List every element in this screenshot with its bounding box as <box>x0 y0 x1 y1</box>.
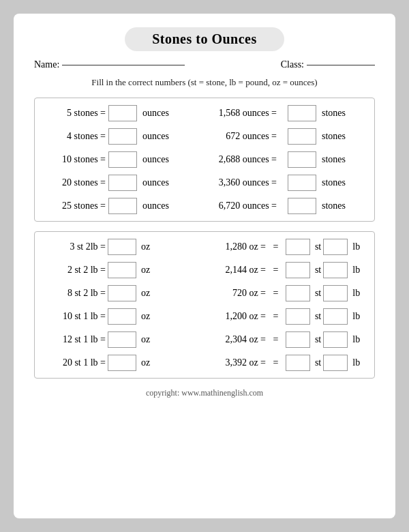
section-1: 5 stones = ounces 1,568 ounces = stones … <box>34 98 375 222</box>
left-col: 20 st 1 lb = oz <box>46 355 204 371</box>
right-col: 1,568 ounces = stones <box>204 105 363 121</box>
answer-input[interactable] <box>108 105 137 121</box>
answer-input[interactable] <box>108 331 136 348</box>
right-col: 3,360 ounces = stones <box>204 175 363 191</box>
right-unit: stones <box>322 201 346 211</box>
answer-input-lb[interactable] <box>323 262 348 278</box>
right-col: 6,720 ounces = stones <box>204 198 363 214</box>
left-label: 20 stones = <box>46 177 106 188</box>
answer-input-lb[interactable] <box>323 331 348 348</box>
right-unit2: lb <box>352 265 360 276</box>
instruction-text: Fill in the correct numbers (st = stone,… <box>34 77 375 88</box>
right-col: 2,304 oz = = st lb <box>204 331 363 348</box>
left-col: 20 stones = ounces <box>46 175 204 191</box>
answer-input-lb[interactable] <box>323 308 348 325</box>
answer-input[interactable] <box>288 175 316 191</box>
answer-input[interactable] <box>108 239 136 255</box>
left-col: 10 stones = ounces <box>46 151 204 168</box>
left-unit: oz <box>141 311 150 322</box>
left-unit: ounces <box>142 154 169 165</box>
answer-input[interactable] <box>288 128 316 145</box>
title-wrapper: Stones to Ounces <box>34 27 375 51</box>
section1-row: 4 stones = ounces 672 ounces = stones <box>46 128 363 145</box>
left-unit: oz <box>141 288 150 299</box>
left-label: 8 st 2 lb = <box>46 288 106 299</box>
right-unit1: st <box>315 334 321 345</box>
answer-input-st[interactable] <box>286 308 310 325</box>
name-underline[interactable] <box>62 65 185 65</box>
class-field: Class: <box>281 59 375 70</box>
right-label: 6,720 ounces = <box>204 201 277 211</box>
right-label: 720 oz = <box>204 288 266 299</box>
section2-row: 20 st 1 lb = oz 3,392 oz = = st lb <box>46 355 363 371</box>
section2-row: 2 st 2 lb = oz 2,144 oz = = st lb <box>46 262 363 278</box>
answer-input[interactable] <box>288 198 316 214</box>
right-unit2: lb <box>352 311 360 322</box>
right-col: 3,392 oz = = st lb <box>204 355 363 371</box>
right-unit2: lb <box>352 334 360 345</box>
right-label: 2,144 oz = <box>204 265 266 276</box>
right-unit1: st <box>315 288 321 299</box>
right-label: 1,568 ounces = <box>204 108 277 119</box>
right-label: 3,392 oz = <box>204 357 266 368</box>
name-field: Name: <box>34 59 185 70</box>
right-unit1: st <box>315 241 321 252</box>
answer-input[interactable] <box>108 308 136 325</box>
answer-input[interactable] <box>108 285 136 301</box>
right-unit: stones <box>322 177 346 188</box>
right-col: 2,144 oz = = st lb <box>204 262 363 278</box>
left-unit: oz <box>141 357 150 368</box>
left-label: 10 st 1 lb = <box>46 311 106 322</box>
left-label: 12 st 1 lb = <box>46 334 106 345</box>
answer-input-st[interactable] <box>286 355 310 371</box>
left-unit: ounces <box>142 177 169 188</box>
answer-input[interactable] <box>108 151 137 168</box>
answer-input-lb[interactable] <box>323 239 348 255</box>
left-col: 4 stones = ounces <box>46 128 204 145</box>
answer-input-lb[interactable] <box>323 285 348 301</box>
section1-row: 25 stones = ounces 6,720 ounces = stones <box>46 198 363 214</box>
right-unit1: st <box>315 265 321 276</box>
answer-input[interactable] <box>108 175 137 191</box>
right-unit1: st <box>315 311 321 322</box>
class-underline[interactable] <box>307 65 375 65</box>
answer-input-st[interactable] <box>286 239 310 255</box>
left-unit: oz <box>141 265 150 276</box>
left-label: 3 st 2lb = <box>46 241 106 252</box>
left-col: 10 st 1 lb = oz <box>46 308 204 325</box>
answer-input-st[interactable] <box>286 331 310 348</box>
left-col: 2 st 2 lb = oz <box>46 262 204 278</box>
section2-row: 12 st 1 lb = oz 2,304 oz = = st lb <box>46 331 363 348</box>
section-2: 3 st 2lb = oz 1,280 oz = = st lb 2 st 2 … <box>34 231 375 379</box>
copyright-text: copyright: www.mathinenglish.com <box>34 388 375 398</box>
section2-row: 8 st 2 lb = oz 720 oz = = st lb <box>46 285 363 301</box>
answer-input[interactable] <box>288 151 316 168</box>
answer-input-st[interactable] <box>286 285 310 301</box>
left-unit: oz <box>141 334 150 345</box>
answer-input-st[interactable] <box>286 262 310 278</box>
left-unit: ounces <box>142 108 169 119</box>
answer-input[interactable] <box>108 128 137 145</box>
left-col: 3 st 2lb = oz <box>46 239 204 255</box>
left-col: 12 st 1 lb = oz <box>46 331 204 348</box>
right-label: 1,280 oz = <box>204 241 266 252</box>
left-label: 5 stones = <box>46 108 106 119</box>
section1-row: 5 stones = ounces 1,568 ounces = stones <box>46 105 363 121</box>
right-unit: stones <box>322 154 346 165</box>
worksheet-page: Stones to Ounces Name: Class: Fill in th… <box>14 14 395 518</box>
section1-row: 20 stones = ounces 3,360 ounces = stones <box>46 175 363 191</box>
answer-input[interactable] <box>108 198 137 214</box>
right-unit: stones <box>322 131 346 142</box>
name-class-row: Name: Class: <box>34 59 375 70</box>
right-col: 1,280 oz = = st lb <box>204 239 363 255</box>
right-col: 2,688 ounces = stones <box>204 151 363 168</box>
right-col: 720 oz = = st lb <box>204 285 363 301</box>
section2-row: 10 st 1 lb = oz 1,200 oz = = st lb <box>46 308 363 325</box>
answer-input-lb[interactable] <box>323 355 348 371</box>
answer-input[interactable] <box>108 355 136 371</box>
right-unit1: st <box>315 357 321 368</box>
right-unit: stones <box>322 108 346 119</box>
left-label: 2 st 2 lb = <box>46 265 106 276</box>
answer-input[interactable] <box>108 262 136 278</box>
answer-input[interactable] <box>288 105 316 121</box>
